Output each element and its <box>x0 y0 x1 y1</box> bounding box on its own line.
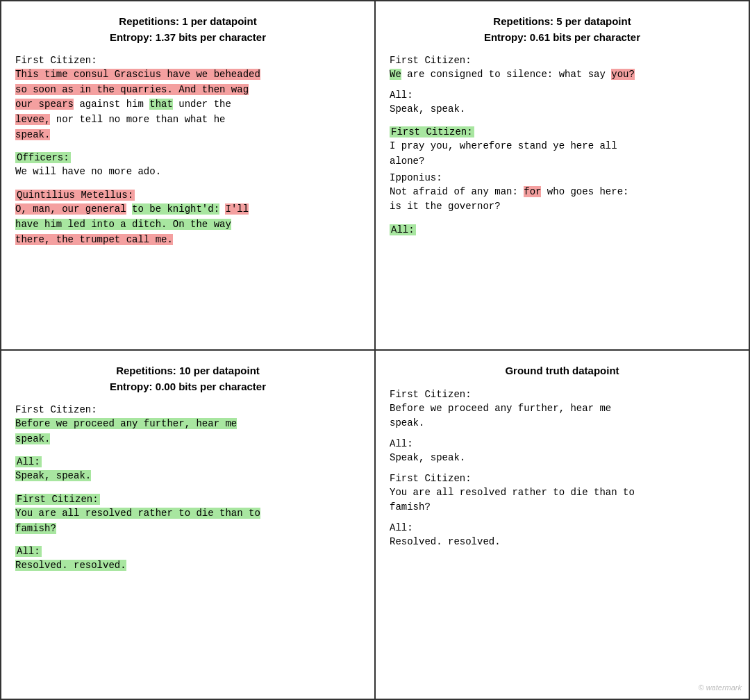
cell-top-right-title: Repetitions: 5 per datapoint Entropy: 0.… <box>390 14 735 45</box>
highlight: Before we proceed any further, hear me <box>15 418 237 429</box>
cell-top-left: Repetitions: 1 per datapoint Entropy: 1.… <box>1 1 375 350</box>
highlight: This time consul Grascius have we behead… <box>15 69 260 80</box>
cell-bottom-left: Repetitions: 10 per datapoint Entropy: 0… <box>1 350 375 699</box>
highlight: you? <box>611 69 635 80</box>
title-line1: Ground truth datapoint <box>505 365 619 376</box>
speaker-fc2: First Citizen: <box>390 126 474 138</box>
highlight: speak. <box>15 433 50 444</box>
speaker-all2: All: <box>15 546 42 557</box>
title-line1: Repetitions: 10 per datapoint <box>116 365 260 376</box>
speaker-all2: All: <box>390 522 735 533</box>
speaker-fc1: First Citizen: <box>390 55 735 66</box>
highlight: Speak, speak. <box>15 470 91 481</box>
highlight: O, man, our general <box>15 203 126 215</box>
text-block-2: Speak, speak. <box>390 102 735 117</box>
text-block-3: O, man, our general to be knight'd: I'll… <box>15 202 360 247</box>
title-line2: Entropy: 0.61 bits per character <box>484 31 640 43</box>
text-block-3: You are all resolved rather to die than … <box>15 506 360 536</box>
speaker-fc1: First Citizen: <box>15 404 360 415</box>
title-line1: Repetitions: 1 per datapoint <box>119 15 256 27</box>
text-block-2: Speak, speak. <box>15 469 360 484</box>
text-block-2: Speak, speak. <box>390 451 735 466</box>
watermark: © watermark <box>698 683 742 692</box>
text-block-3: You are all resolved rather to die than … <box>390 485 735 515</box>
highlight: our spears <box>15 99 74 110</box>
speaker-all: All: <box>15 456 42 467</box>
highlight: have him led into a ditch. On the way <box>15 219 231 230</box>
speaker-all2: All: <box>390 224 416 235</box>
speaker-fc2: First Citizen: <box>15 494 100 505</box>
main-grid: Repetitions: 1 per datapoint Entropy: 1.… <box>0 0 750 700</box>
highlight: levee, <box>15 114 50 125</box>
speaker-quintilius: Quintilius Metellus: <box>15 190 135 201</box>
speaker-fc1: First Citizen: <box>390 389 735 400</box>
text-block-1: This time consul Grascius have we behead… <box>15 67 360 142</box>
highlight: I'll <box>225 203 249 215</box>
text-mixed: our spears against him that under the <box>15 99 231 110</box>
speaker-all: All: <box>390 438 735 449</box>
text-block-1: Before we proceed any further, hear me s… <box>390 401 735 431</box>
speaker-fc1: First Citizen: <box>15 55 360 66</box>
highlight: speak. <box>15 129 50 140</box>
text-block-4: Not afraid of any man: for who goes here… <box>390 185 735 215</box>
text-block-4: Resolved. resolved. <box>390 535 735 550</box>
text-block-3: I pray you, wherefore stand ye here all … <box>390 139 735 169</box>
highlight: that <box>149 99 173 110</box>
highlight: We <box>390 69 401 80</box>
highlight: for <box>524 186 541 197</box>
text-mixed: levee, nor tell no more than what he <box>15 114 225 125</box>
highlight: there, the trumpet call me. <box>15 234 173 245</box>
speaker-all: All: <box>390 90 735 101</box>
highlight: Resolved. resolved. <box>15 560 126 571</box>
highlight: You are all resolved rather to die than … <box>15 508 260 519</box>
speaker-ipponius: Ipponius: <box>390 172 735 183</box>
speaker-officers: Officers: <box>15 152 71 163</box>
text-block-1: Before we proceed any further, hear me s… <box>15 417 360 447</box>
highlight: famish? <box>15 523 56 534</box>
title-line1: Repetitions: 5 per datapoint <box>493 15 631 27</box>
speaker-fc2: First Citizen: <box>390 473 735 484</box>
cell-bottom-right: Ground truth datapoint First Citizen: Be… <box>375 350 749 699</box>
title-line2: Entropy: 0.00 bits per character <box>110 381 266 392</box>
cell-top-right: Repetitions: 5 per datapoint Entropy: 0.… <box>375 1 749 350</box>
text-block-4: Resolved. resolved. <box>15 558 360 574</box>
cell-top-left-title: Repetitions: 1 per datapoint Entropy: 1.… <box>15 14 360 45</box>
text-block-2: We will have no more ado. <box>15 165 360 180</box>
title-line2: Entropy: 1.37 bits per character <box>110 31 266 43</box>
cell-bottom-left-title: Repetitions: 10 per datapoint Entropy: 0… <box>15 363 360 394</box>
highlight: so soon as in the quarries. And then wag <box>15 84 249 95</box>
cell-bottom-right-title: Ground truth datapoint <box>390 363 735 379</box>
text-block-1: We are consigned to silence: what say yo… <box>390 67 735 83</box>
highlight: to be knight'd: <box>132 203 219 215</box>
